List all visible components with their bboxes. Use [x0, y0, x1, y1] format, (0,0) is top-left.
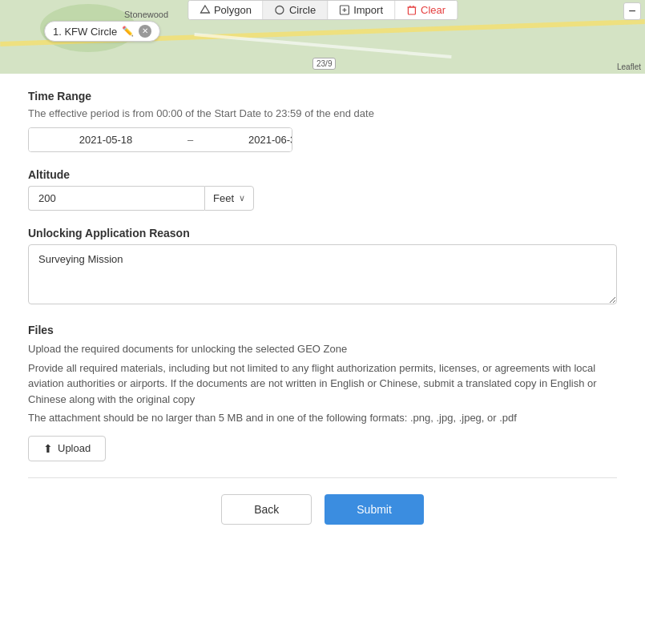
clear-label: Clear: [421, 4, 445, 16]
date-range-row: –: [28, 127, 292, 152]
altitude-input[interactable]: [28, 186, 204, 211]
leaflet-credit: Leaflet: [617, 62, 641, 71]
clear-tool-button[interactable]: Clear: [395, 1, 457, 19]
altitude-row: Feet ∨: [28, 186, 617, 211]
circle-icon: [275, 5, 285, 15]
map-background: Polygon Circle Import: [0, 0, 645, 74]
bottom-divider: [28, 477, 617, 478]
kfw-circle-tag: 1. KFW Circle ✏️ ✕: [44, 21, 160, 42]
reason-section: Unlocking Application Reason: [28, 227, 617, 308]
date-separator: –: [183, 128, 198, 151]
import-icon: [339, 5, 349, 15]
files-label: Files: [28, 324, 617, 336]
polygon-icon: [200, 5, 210, 15]
files-section: Files Upload the required documents for …: [28, 324, 617, 461]
end-date-input[interactable]: [198, 128, 292, 151]
chevron-down-icon: ∨: [239, 193, 245, 203]
time-range-description: The effective period is from 00:00 of th…: [28, 107, 617, 119]
svg-rect-5: [408, 7, 415, 14]
map-container: Polygon Circle Import: [0, 0, 645, 74]
kfw-circle-close-button[interactable]: ✕: [139, 25, 151, 38]
stonewood-map-label: Stonewood: [124, 10, 168, 19]
altitude-unit-select[interactable]: Feet ∨: [204, 186, 254, 211]
reason-label: Unlocking Application Reason: [28, 227, 617, 239]
upload-label: Upload: [58, 442, 91, 454]
submit-button[interactable]: Submit: [325, 494, 424, 525]
edit-icon[interactable]: ✏️: [122, 26, 134, 37]
zoom-out-symbol: −: [628, 4, 635, 18]
circle-label: Circle: [289, 4, 316, 16]
kfw-circle-label: 1. KFW Circle: [53, 26, 117, 38]
files-description-1: Upload the required documents for unlock…: [28, 341, 617, 357]
circle-tool-button[interactable]: Circle: [264, 1, 328, 19]
start-date-input[interactable]: [29, 128, 183, 151]
import-label: Import: [353, 4, 383, 16]
svg-point-1: [276, 6, 284, 14]
polygon-tool-button[interactable]: Polygon: [188, 1, 264, 19]
form-content: Time Range The effective period is from …: [0, 74, 645, 565]
map-number-badge: 23/9: [312, 58, 336, 70]
svg-marker-0: [200, 6, 209, 13]
altitude-label: Altitude: [28, 168, 617, 181]
polygon-label: Polygon: [214, 4, 252, 16]
map-toolbar: Polygon Circle Import: [187, 0, 458, 20]
time-range-label: Time Range: [28, 90, 617, 103]
map-road-secondary: [194, 33, 451, 58]
map-zoom-out-button[interactable]: −: [623, 2, 641, 20]
altitude-unit-label: Feet: [213, 192, 234, 204]
clear-icon: [406, 5, 417, 15]
upload-button[interactable]: ⬆ Upload: [28, 436, 106, 461]
bottom-actions: Back Submit: [28, 494, 617, 549]
files-description-3: The attachment should be no larger than …: [28, 410, 617, 426]
import-tool-button[interactable]: Import: [328, 1, 395, 19]
time-range-section: Time Range The effective period is from …: [28, 90, 617, 152]
upload-icon: ⬆: [43, 442, 53, 455]
back-button[interactable]: Back: [221, 494, 312, 525]
files-description-2: Provide all required materials, includin…: [28, 360, 617, 408]
altitude-section: Altitude Feet ∨: [28, 168, 617, 211]
reason-textarea[interactable]: [28, 244, 617, 304]
